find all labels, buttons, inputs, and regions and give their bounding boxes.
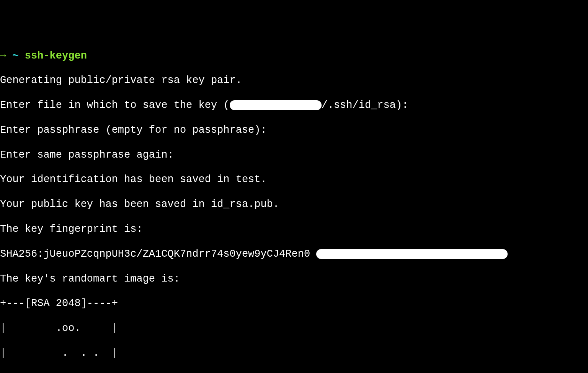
randomart-line: +---[RSA 2048]----+ (0, 297, 588, 309)
output-line: Generating public/private rsa key pair. (0, 74, 588, 86)
output-line: SHA256:jUeuoPZcqnpUH3c/ZA1CQK7ndrr74s0ye… (0, 248, 588, 260)
fingerprint-text: SHA256:jUeuoPZcqnpUH3c/ZA1CQK7ndrr74s0ye… (0, 248, 316, 260)
prompt-line-1[interactable]: → ~ ssh-keygen (0, 50, 588, 62)
randomart-line: | . . . | (0, 347, 588, 359)
output-line: Enter same passphrase again: (0, 149, 588, 161)
prompt-tilde: ~ (6, 50, 25, 62)
command-ssh-keygen: ssh-keygen (25, 50, 87, 62)
output-text: Enter file in which to save the key ( (0, 99, 230, 111)
output-text: /.ssh/id_rsa): (322, 99, 408, 111)
redacted-user-host (316, 249, 508, 259)
output-line: Enter file in which to save the key (/.s… (0, 99, 588, 111)
output-line: The key's randomart image is: (0, 273, 588, 285)
prompt-arrow: → (0, 50, 6, 62)
output-line: The key fingerprint is: (0, 223, 588, 235)
randomart-line: | .oo. | (0, 322, 588, 334)
output-line: Your public key has been saved in id_rsa… (0, 198, 588, 210)
redacted-path (230, 100, 322, 110)
output-line: Enter passphrase (empty for no passphras… (0, 124, 588, 136)
output-line: Your identification has been saved in te… (0, 173, 588, 186)
